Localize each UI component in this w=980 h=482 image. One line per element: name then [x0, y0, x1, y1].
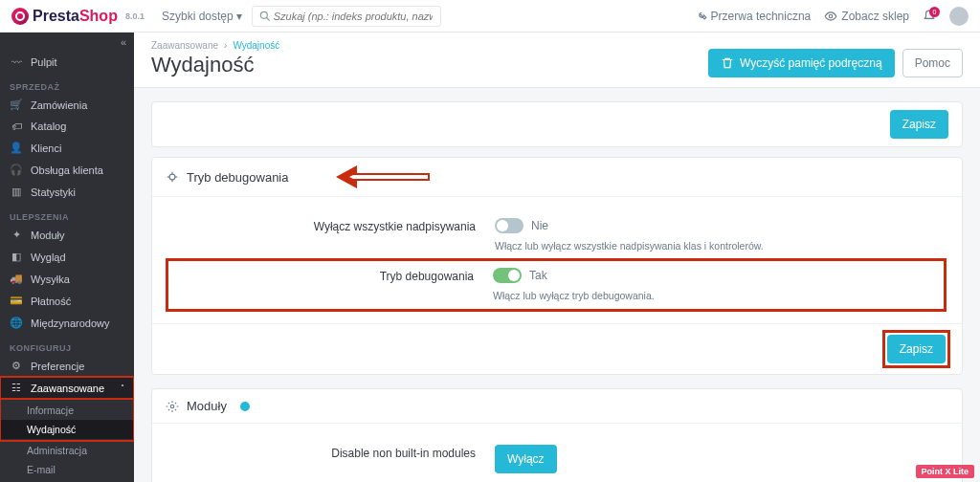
sliders-icon: ☷: [10, 382, 23, 394]
quick-access-menu[interactable]: Szybki dostęp ▾: [162, 10, 242, 23]
svg-point-2: [830, 14, 834, 18]
sidebar-item-label: Zaawansowane: [31, 383, 104, 394]
sidebar: « 〰Pulpit SPRZEDAŻ 🛒Zamówienia 🏷Katalog …: [0, 33, 134, 482]
maintenance-label: Przerwa techniczna: [711, 10, 812, 23]
sidebar-sub-email[interactable]: E-mail: [0, 460, 134, 479]
notifications-button[interactable]: 0: [923, 10, 936, 23]
clear-cache-button[interactable]: Wyczyść pamięć podręczną: [708, 49, 895, 77]
globe-icon: 🌐: [10, 317, 23, 329]
trash-icon: [721, 56, 734, 70]
chevron-up-icon: ˄: [121, 383, 124, 392]
sidebar-item-label: Wysyłka: [31, 274, 70, 285]
puzzle-icon: ✦: [10, 229, 23, 241]
topbar-right: Przerwa techniczna Zobacz sklep 0: [694, 7, 969, 26]
sidebar-collapse-button[interactable]: «: [0, 33, 134, 52]
sidebar-section-improve: ULEPSZENIA: [0, 212, 134, 222]
prev-panel-footer: Zapisz: [151, 101, 963, 147]
view-shop-link[interactable]: Zobacz sklep: [824, 10, 909, 23]
debug-panel-title: Tryb debugowania: [187, 170, 288, 185]
eye-icon: [824, 10, 837, 23]
sidebar-item-label: Katalog: [31, 120, 66, 132]
search-box[interactable]: [252, 6, 441, 27]
sidebar-item-label: Moduły: [31, 230, 64, 241]
sidebar-item-customers[interactable]: 👤Klienci: [0, 137, 134, 159]
sidebar-item-orders[interactable]: 🛒Zamówienia: [0, 94, 134, 116]
card-icon: 💳: [10, 295, 23, 307]
brand-pre: Presta: [33, 8, 79, 24]
topbar: PrestaShop 8.0.1 Szybki dostęp ▾ Przerwa…: [0, 0, 980, 33]
main: Zaawansowane › Wydajność Wydajność Wyczy…: [134, 0, 980, 482]
overrides-hint: Włącz lub wyłącz wszystkie nadpisywania …: [495, 239, 945, 252]
svg-point-0: [260, 11, 267, 18]
debug-mode-value: Tak: [529, 269, 547, 282]
sidebar-item-label: Płatność: [31, 296, 71, 307]
disable-modules-button[interactable]: Wyłącz: [495, 445, 557, 473]
search-icon: [258, 10, 272, 23]
logo-icon: [11, 8, 29, 25]
page-header: Zaawansowane › Wydajność Wydajność Wyczy…: [134, 33, 980, 88]
sidebar-advanced-submenu: Informacje Wydajność: [0, 399, 134, 441]
sidebar-item-advanced[interactable]: ☷Zaawansowane˄: [0, 377, 134, 399]
debug-mode-toggle[interactable]: [493, 268, 522, 283]
palette-icon: ◧: [10, 251, 23, 263]
help-button[interactable]: Pomoc: [902, 49, 963, 77]
sidebar-item-label: Obsługa klienta: [31, 164, 103, 176]
debug-panel: Tryb debugowania Wyłącz wszystkie nadpis…: [151, 157, 963, 375]
maintenance-link[interactable]: Przerwa techniczna: [694, 10, 812, 23]
user-icon: 👤: [10, 142, 23, 154]
sidebar-section-sell: SPRZEDAŻ: [0, 82, 134, 92]
sidebar-item-intl[interactable]: 🌐Międzynarodowy: [0, 312, 134, 334]
overrides-value: Nie: [531, 219, 548, 232]
sidebar-item-label: Klienci: [31, 142, 61, 154]
debug-mode-row: Tryb debugowania Tak Włącz lub wyłącz tr…: [167, 260, 945, 310]
sidebar-item-label: Wygląd: [31, 252, 66, 263]
search-input[interactable]: [272, 10, 434, 23]
annotation-arrow: [324, 167, 430, 186]
tag-icon: 🏷: [10, 120, 23, 132]
headset-icon: 🎧: [10, 164, 23, 176]
info-icon[interactable]: [240, 402, 250, 411]
crumb-sep: ›: [224, 40, 227, 51]
sidebar-item-catalog[interactable]: 🏷Katalog: [0, 116, 134, 137]
wrench-icon: [694, 10, 707, 23]
gear-icon: ⚙: [10, 360, 23, 372]
sidebar-sub-admin[interactable]: Administracja: [0, 441, 134, 460]
sidebar-section-config: KONFIGURUJ: [0, 343, 134, 353]
overrides-label: Wyłącz wszystkie nadpisywania: [169, 218, 476, 233]
profile-avatar[interactable]: [949, 7, 969, 26]
disable-modules-label: Disable non built-in modules: [169, 445, 476, 460]
quick-access-label: Szybki dostęp: [162, 10, 234, 23]
sidebar-item-label: Statystyki: [31, 186, 76, 198]
crumb-parent[interactable]: Zaawansowane: [151, 40, 218, 51]
truck-icon: 🚚: [10, 273, 23, 285]
debug-panel-header: Tryb debugowania: [152, 158, 962, 197]
chart-icon: ▥: [10, 186, 23, 198]
trend-icon: 〰: [10, 56, 23, 68]
sidebar-item-shipping[interactable]: 🚚Wysyłka: [0, 268, 134, 290]
sidebar-item-payment[interactable]: 💳Płatność: [0, 290, 134, 312]
notif-badge: 0: [929, 7, 940, 17]
sidebar-item-design[interactable]: ◧Wygląd: [0, 246, 134, 268]
sidebar-sub-info[interactable]: Informacje: [0, 401, 134, 420]
sidebar-item-label: Preferencje: [31, 361, 84, 372]
modules-panel-header: Moduły: [152, 389, 962, 424]
sidebar-sub-performance[interactable]: Wydajność: [0, 420, 134, 439]
debug-mode-hint: Włącz lub wyłącz tryb debugowania.: [493, 289, 945, 302]
svg-point-8: [170, 405, 174, 408]
brand-post: Shop: [79, 8, 118, 24]
debug-save-button[interactable]: Zapisz: [887, 335, 946, 363]
sidebar-item-service[interactable]: 🎧Obsługa klienta: [0, 159, 134, 181]
sidebar-item-label: Zamówienia: [31, 99, 87, 111]
sidebar-item-modules[interactable]: ✦Moduły: [0, 224, 134, 246]
modules-panel-title: Moduły: [187, 399, 227, 413]
sidebar-item-stats[interactable]: ▥Statystyki: [0, 181, 134, 203]
crumb-current[interactable]: Wydajność: [233, 40, 279, 51]
sidebar-item-dashboard[interactable]: 〰Pulpit: [0, 52, 134, 73]
app-logo: PrestaShop 8.0.1: [11, 8, 145, 25]
save-button[interactable]: Zapisz: [890, 110, 948, 139]
svg-line-1: [266, 17, 269, 20]
sidebar-item-prefs[interactable]: ⚙Preferencje: [0, 355, 134, 377]
overrides-toggle[interactable]: [495, 218, 523, 233]
disable-modules-row: Disable non built-in modules Wyłącz: [169, 437, 945, 481]
page-title: Wydajność: [151, 53, 279, 77]
